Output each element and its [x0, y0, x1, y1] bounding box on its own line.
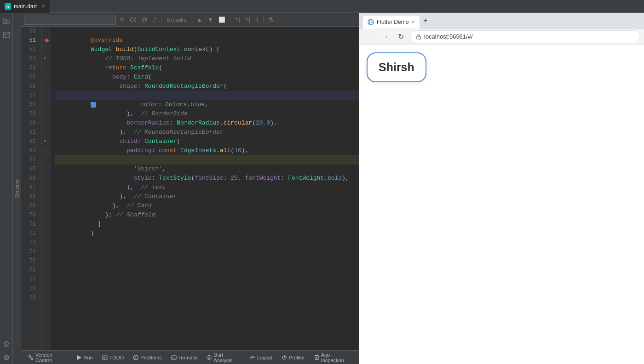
- find-separator-2: [192, 16, 192, 23]
- svg-point-11: [29, 355, 31, 357]
- line-num-65: 65: [21, 165, 38, 174]
- reload-button[interactable]: ↻: [394, 30, 407, 43]
- code-line-65: style: TextStyle(fontSize: 25, fontWeigh…: [55, 165, 359, 174]
- svg-text:D: D: [208, 356, 211, 359]
- problems-button[interactable]: Problems: [129, 353, 165, 363]
- address-text: localhost:56561/#/: [424, 33, 634, 40]
- flutter-card-text: Shirsh: [379, 61, 414, 74]
- code-line-61: child: Container(: [55, 128, 359, 137]
- version-control-button[interactable]: Version Control: [25, 353, 71, 363]
- svg-marker-7: [4, 341, 9, 347]
- code-line-56: side: const BorderSide(: [55, 82, 359, 91]
- main-layout: Structure ↺ Cc W .* 0 results ▲ ▼ ⬜ ≡| ≡…: [0, 13, 644, 364]
- regex-button[interactable]: .*: [151, 15, 158, 25]
- line-num-66: 66: [21, 174, 38, 183]
- fold-arrow-61[interactable]: ▼: [44, 137, 46, 146]
- code-line-76: [55, 266, 359, 275]
- line-num-69: 69: [21, 201, 38, 210]
- code-line-72: [55, 229, 359, 238]
- sidebar-icon-resource-manager[interactable]: [0, 28, 13, 41]
- find-separator-4: [263, 16, 264, 23]
- line-num-59: 59: [21, 109, 38, 119]
- tab-close-button[interactable]: ✕: [41, 4, 45, 9]
- line-num-64: 64: [21, 155, 38, 165]
- logcat-label: Logcat: [257, 355, 272, 360]
- todo-icon: [102, 355, 108, 360]
- lock-icon: [416, 34, 421, 40]
- find-input[interactable]: [24, 15, 116, 25]
- profiler-button[interactable]: Profiler: [278, 353, 309, 363]
- dart-analysis-label: Dart Analysis: [213, 352, 241, 363]
- undo-button[interactable]: ↺: [118, 15, 126, 25]
- code-line-69: ); // Scaffold: [55, 201, 359, 210]
- new-tab-button[interactable]: +: [423, 17, 427, 25]
- bottom-toolbar: Version Control Run TODO Problems Termin…: [21, 350, 359, 364]
- line-num-53: 53: [21, 54, 38, 63]
- forward-button[interactable]: →: [379, 30, 391, 43]
- line-num-62: 62: [21, 137, 38, 146]
- terminal-button[interactable]: Terminal: [167, 353, 201, 363]
- case-button[interactable]: Cc: [128, 15, 138, 25]
- code-line-60: ), // RoundedRectangleBorder: [55, 119, 359, 128]
- svg-rect-33: [417, 36, 420, 39]
- structure-label[interactable]: Structure: [13, 176, 21, 201]
- code-line-66: ), // Text: [55, 174, 359, 183]
- line-num-72: 72: [21, 229, 38, 238]
- code-editor[interactable]: 50 51 52 53 54 55 56 57 58 59 60 61 62 6…: [21, 27, 359, 350]
- tab-label: main.dart: [14, 3, 37, 10]
- svg-rect-22: [172, 356, 176, 359]
- wrap-button[interactable]: ⤵: [254, 15, 260, 25]
- multiline-button-1[interactable]: ≡|: [233, 15, 242, 25]
- logcat-icon: [250, 355, 255, 360]
- sidebar-icon-project[interactable]: [0, 15, 13, 28]
- code-content[interactable]: @override Widget build(BuildContext cont…: [51, 27, 359, 350]
- code-line-50: @override: [55, 27, 359, 36]
- terminal-label: Terminal: [178, 355, 198, 360]
- fold-arrow-54[interactable]: ▼: [44, 54, 46, 63]
- code-line-71: }: [55, 220, 359, 229]
- dart-file-icon: D: [5, 3, 11, 10]
- browser-tab-close[interactable]: ✕: [411, 19, 415, 24]
- dart-analysis-button[interactable]: D Dart Analysis: [203, 353, 244, 363]
- sidebar-icon-build-variants[interactable]: [0, 351, 13, 364]
- line-num-51: 51: [21, 36, 38, 45]
- word-button[interactable]: W: [140, 15, 149, 25]
- line-num-73: 73: [21, 238, 38, 247]
- logcat-button[interactable]: Logcat: [246, 353, 276, 363]
- structure-section: Structure: [13, 13, 21, 364]
- gutter: → ▼ | ▼ | |: [42, 27, 51, 350]
- expand-button[interactable]: ⬜: [217, 15, 227, 25]
- todo-label: TODO: [109, 355, 124, 360]
- address-bar[interactable]: localhost:56561/#/: [410, 30, 640, 43]
- browser-content: Shirsh: [359, 45, 644, 364]
- app-inspection-button[interactable]: App Inspection: [310, 353, 355, 363]
- browser-tab[interactable]: Flutter Demo ✕: [363, 16, 420, 28]
- code-line-54: body: Card(: [55, 63, 359, 73]
- tab-main-dart[interactable]: D main.dart ✕: [0, 0, 50, 13]
- run-button[interactable]: Run: [73, 353, 97, 363]
- svg-marker-15: [77, 355, 81, 360]
- version-control-label: Version Control: [35, 352, 67, 363]
- filter-button[interactable]: ⚗: [266, 15, 275, 25]
- todo-button[interactable]: TODO: [98, 353, 128, 363]
- line-num-54: 54: [21, 63, 38, 73]
- code-line-63: child: const Text(: [55, 146, 359, 155]
- find-separator-1: [161, 16, 161, 23]
- prev-button[interactable]: ▲: [195, 15, 204, 25]
- next-button[interactable]: ▼: [206, 15, 215, 25]
- sidebar-icon-favorites[interactable]: [0, 337, 13, 350]
- code-line-62: padding: const EdgeInsets.all(16),: [55, 137, 359, 146]
- problems-icon: [133, 355, 138, 360]
- multiline-button-2[interactable]: ≡|: [244, 15, 252, 25]
- find-bar: ↺ Cc W .* 0 results ▲ ▼ ⬜ ≡| ≡| ⤵ ⚗: [21, 13, 359, 27]
- line-numbers: 50 51 52 53 54 55 56 57 58 59 60 61 62 6…: [21, 27, 42, 350]
- line-num-74: 74: [21, 247, 38, 256]
- code-line-58: ), // BorderSide: [55, 100, 359, 109]
- line-num-76: 76: [21, 266, 38, 275]
- code-line-68: ), // Card: [55, 192, 359, 201]
- back-button[interactable]: ←: [363, 30, 376, 43]
- code-line-79: [55, 293, 359, 302]
- app-inspection-label: App Inspection: [321, 352, 351, 363]
- git-icon: [29, 355, 34, 360]
- code-line-55: shape: RoundedRectangleBorder(: [55, 73, 359, 82]
